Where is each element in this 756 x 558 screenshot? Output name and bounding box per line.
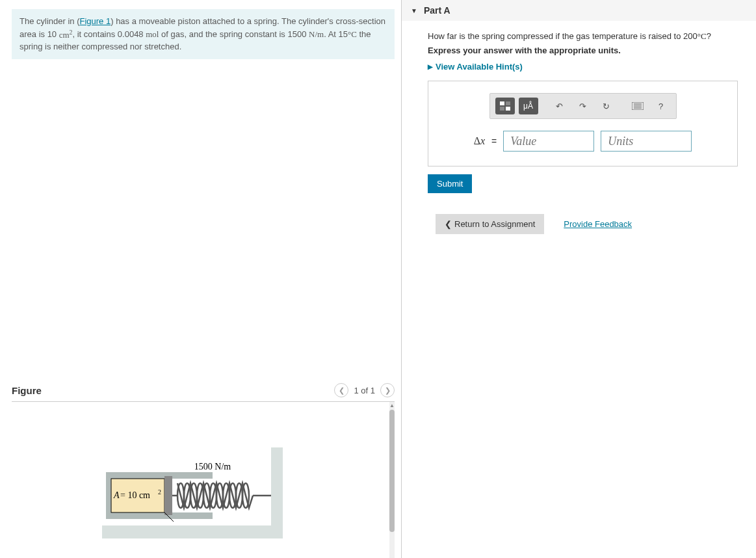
- svg-rect-22: [500, 101, 504, 105]
- figure-counter: 1 of 1: [354, 386, 375, 395]
- part-label: Part A: [424, 5, 450, 16]
- question-text: How far is the spring compressed if the …: [428, 31, 738, 42]
- svg-rect-3: [109, 512, 213, 519]
- svg-text:= 10 cm: = 10 cm: [120, 490, 150, 500]
- svg-rect-24: [500, 107, 504, 111]
- svg-rect-23: [506, 101, 510, 105]
- figure-title: Figure: [12, 385, 42, 396]
- svg-text:2: 2: [158, 488, 161, 496]
- svg-rect-1: [102, 525, 283, 538]
- figure-next-button[interactable]: ❯: [380, 383, 395, 397]
- figure-prev-button[interactable]: ❮: [334, 383, 348, 397]
- area-label: A: [113, 490, 120, 500]
- submit-button[interactable]: Submit: [428, 174, 472, 193]
- return-button[interactable]: ❮ Return to Assignment: [436, 214, 544, 234]
- view-hints-link[interactable]: ▶ View Available Hint(s): [428, 62, 738, 72]
- figure-diagram: 1500 N/m A = 10 cm 2: [12, 402, 387, 558]
- svg-rect-25: [506, 107, 510, 111]
- problem-intro: The cylinder in (Figure 1) has a moveabl…: [12, 9, 395, 59]
- svg-rect-4: [106, 472, 111, 519]
- answer-instruction: Express your answer with the appropriate…: [428, 46, 738, 55]
- figure-link[interactable]: Figure 1: [79, 16, 111, 26]
- svg-text:1500 N/m: 1500 N/m: [194, 462, 231, 472]
- template-button[interactable]: [495, 98, 515, 114]
- variable-label: Δx: [474, 135, 485, 147]
- units-input[interactable]: [601, 131, 692, 152]
- reset-button[interactable]: ↻: [597, 98, 616, 114]
- units-button[interactable]: μÅ: [519, 98, 538, 114]
- svg-rect-0: [271, 447, 283, 538]
- equals-sign: =: [491, 136, 497, 146]
- chevron-right-icon: ▶: [428, 63, 433, 70]
- help-button[interactable]: ?: [651, 98, 671, 114]
- keyboard-button[interactable]: [628, 98, 647, 114]
- part-header[interactable]: ▼ Part A: [402, 0, 756, 21]
- redo-button[interactable]: ↷: [573, 98, 593, 114]
- feedback-link[interactable]: Provide Feedback: [564, 219, 632, 229]
- svg-rect-6: [164, 476, 172, 515]
- equation-toolbar: μÅ ↶ ↷ ↻ ?: [489, 93, 677, 119]
- undo-button[interactable]: ↶: [550, 98, 569, 114]
- chevron-left-icon: ❮: [445, 219, 452, 229]
- value-input[interactable]: [503, 131, 594, 152]
- collapse-icon: ▼: [411, 7, 417, 14]
- figure-scrollbar[interactable]: ▲: [389, 402, 395, 558]
- answer-box: μÅ ↶ ↷ ↻ ? Δx =: [428, 81, 738, 166]
- svg-rect-2: [109, 472, 213, 479]
